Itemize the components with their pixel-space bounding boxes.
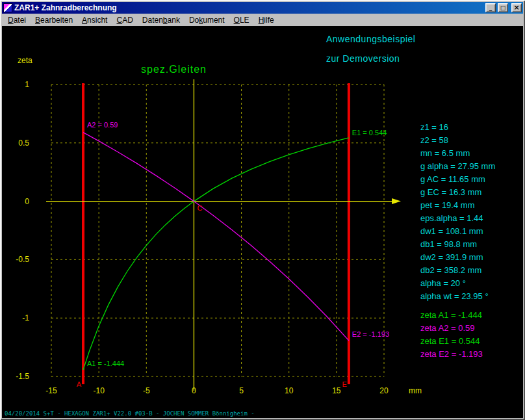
y-axis-label: zeta — [18, 56, 32, 65]
x-tick-label: -15 — [45, 386, 57, 395]
pitch-point-label: C — [197, 204, 202, 212]
maximize-icon: □ — [500, 5, 506, 11]
x-tick-label: -5 — [143, 386, 150, 395]
x-tick-label: -10 — [93, 386, 105, 395]
menu-item-cad[interactable]: CAD — [112, 15, 137, 25]
minimize-button[interactable]: _ — [485, 3, 496, 12]
result-zeta-value: zeta A1 = -1.444 — [420, 309, 495, 322]
menu-bar: DateiBearbeitenAnsichtCADDatenbankDokume… — [2, 14, 523, 26]
menu-item-hilfe[interactable]: Hilfe — [254, 15, 279, 25]
result-parameter: eps.alpha = 1.44 — [420, 212, 495, 225]
result-parameter: z1 = 16 — [420, 121, 495, 134]
app-icon[interactable] — [3, 3, 12, 12]
marker-label-e: E — [342, 380, 347, 388]
result-zeta-value: zeta E2 = -1.193 — [420, 348, 495, 361]
close-button[interactable]: × — [511, 3, 522, 12]
menu-item-ansicht[interactable]: Ansicht — [77, 15, 112, 25]
y-tick-label: 0 — [25, 197, 29, 206]
results-spacer — [420, 303, 495, 309]
title-bar[interactable]: ZAR1+ Zahnradberechnung _ □ × — [2, 2, 523, 14]
series-zeta2 — [83, 133, 349, 341]
result-parameter: alpha wt = 23.95 ° — [420, 290, 495, 303]
window-title: ZAR1+ Zahnradberechnung — [14, 2, 483, 14]
status-bar: 04/20/2014 S+T - HEXAGON ZAR1+ V22.0 #03… — [5, 410, 255, 417]
menu-item-datenbank[interactable]: Datenbank — [138, 15, 185, 25]
series-zeta1 — [83, 138, 349, 370]
x-axis-arrow-icon — [392, 198, 401, 204]
y-tick-label: -1 — [22, 313, 29, 322]
menu-item-ole[interactable]: OLE — [229, 15, 254, 25]
annotation-line-2: zur Demoversion — [326, 53, 400, 64]
results-panel: z1 = 16z2 = 58mn = 6.5 mmg alpha = 27.95… — [420, 121, 495, 361]
x-axis-unit: mm — [409, 386, 422, 395]
x-tick-label: 20 — [379, 386, 389, 395]
app-window: ZAR1+ Zahnradberechnung _ □ × DateiBearb… — [0, 0, 525, 420]
y-tick-label: -1.5 — [16, 372, 29, 381]
chart-title: spez.Gleiten — [141, 64, 207, 75]
result-zeta-value: zeta A2 = 0.59 — [420, 322, 495, 335]
minimize-icon: _ — [489, 5, 493, 11]
menu-item-bearbeiten[interactable]: Bearbeiten — [31, 15, 77, 25]
result-zeta-value: zeta E1 = 0.544 — [420, 335, 495, 348]
result-parameter: mn = 6.5 mm — [420, 147, 495, 160]
result-parameter: dw2 = 391.9 mm — [420, 251, 495, 264]
x-tick-label: 5 — [239, 386, 244, 395]
menu-item-datei[interactable]: Datei — [3, 15, 31, 25]
maximize-button[interactable]: □ — [498, 3, 508, 12]
result-parameter: pet = 19.4 mm — [420, 199, 495, 212]
y-tick-label: -0.5 — [16, 255, 29, 264]
y-tick-label: 1 — [25, 80, 29, 89]
annotation-line-1: Anwendungsbeispiel — [326, 34, 415, 44]
close-icon: × — [513, 3, 519, 12]
series-point-label: A2 = 0.59 — [87, 121, 118, 129]
series-point-label: A1 = -1.444 — [87, 360, 124, 367]
result-parameter: g EC = 16.3 mm — [420, 186, 495, 199]
result-parameter: g AC = 11.65 mm — [420, 173, 495, 186]
result-parameter: db2 = 358.2 mm — [420, 264, 495, 277]
menu-item-dokument[interactable]: Dokument — [185, 15, 229, 25]
x-tick-label: 10 — [285, 386, 294, 395]
result-parameter: dw1 = 108.1 mm — [420, 225, 495, 238]
y-tick-label: 0.5 — [18, 138, 29, 148]
result-parameter: g alpha = 27.95 mm — [420, 160, 495, 173]
series-point-label: E1 = 0.544 — [352, 129, 387, 137]
result-parameter: alpha = 20 ° — [420, 277, 495, 290]
series-point-label: E2 = -1.193 — [352, 330, 389, 338]
result-parameter: db1 = 98.8 mm — [420, 238, 495, 251]
x-tick-label: 15 — [332, 386, 341, 395]
marker-label-a: A — [77, 380, 82, 388]
result-parameter: z2 = 58 — [420, 134, 495, 147]
chart-canvas: -15-10-50510152010.50-0.5-1-1.5mmAEA1 = … — [2, 26, 523, 418]
